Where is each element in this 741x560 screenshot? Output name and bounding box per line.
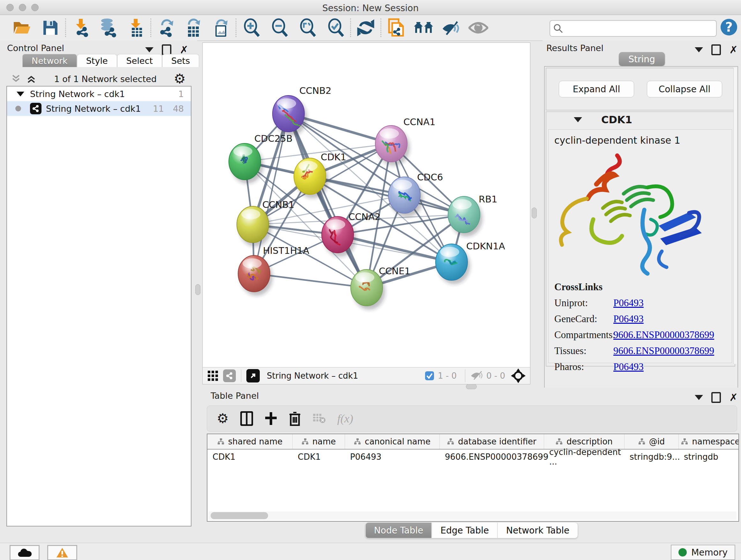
crosslink-value-link[interactable]: 9606.ENSP00000378699 bbox=[613, 345, 714, 357]
results-panel-float-icon[interactable] bbox=[711, 44, 721, 55]
network-node-hist1h1a[interactable]: HIST1H1A bbox=[238, 245, 309, 296]
network-view[interactable]: CCNB2CCNA1CDC25BCDK1CDC6RB1CCNB1CCNA2CDK… bbox=[202, 43, 530, 384]
table-cell: stringdb bbox=[679, 449, 739, 464]
add-column-icon[interactable] bbox=[265, 412, 277, 426]
network-collection-row[interactable]: String Network – cdk1 1 bbox=[7, 86, 191, 101]
zoom-out-icon[interactable] bbox=[269, 17, 289, 38]
results-scrollbar[interactable] bbox=[733, 68, 737, 364]
collection-expander-icon[interactable] bbox=[17, 91, 24, 97]
results-panel-menu-icon[interactable] bbox=[695, 47, 703, 52]
collapse-all-icon[interactable] bbox=[11, 74, 22, 84]
fit-content-crosshair-icon[interactable] bbox=[511, 368, 526, 383]
tab-edge-table[interactable]: Edge Table bbox=[432, 522, 497, 538]
export-network-icon[interactable] bbox=[156, 17, 176, 38]
save-session-icon[interactable] bbox=[40, 17, 61, 38]
network-node-rb1[interactable]: RB1 bbox=[448, 194, 497, 237]
network-node-ccna1[interactable]: CCNA1 bbox=[375, 117, 435, 166]
tab-network[interactable]: Network bbox=[22, 54, 77, 67]
network-node-ccnb2[interactable]: CCNB2 bbox=[273, 85, 332, 136]
crosslink-value-link[interactable]: P06493 bbox=[613, 361, 644, 373]
function-builder-icon[interactable]: f(x) bbox=[337, 412, 353, 425]
crosslink-value-link[interactable]: 9606.ENSP00000378699 bbox=[613, 329, 714, 341]
clear-table-icon[interactable] bbox=[313, 413, 326, 424]
show-columns-icon[interactable] bbox=[240, 411, 253, 426]
results-tab-string[interactable]: String bbox=[619, 52, 665, 66]
results-panel-close-icon[interactable]: ✗ bbox=[729, 46, 738, 54]
delete-column-icon[interactable] bbox=[289, 411, 301, 426]
table-panel-float-icon[interactable] bbox=[711, 392, 721, 403]
table-row[interactable]: CDK1CDK1P064939606.ENSP00000378699cyclin… bbox=[207, 449, 738, 464]
network-node-cdkn1a[interactable]: CDKN1A bbox=[435, 241, 505, 284]
tab-sets[interactable]: Sets bbox=[162, 54, 199, 67]
table-hscroll-thumb[interactable] bbox=[211, 512, 268, 519]
crosslink-label: Tissues: bbox=[554, 345, 613, 357]
show-all-icon[interactable] bbox=[468, 17, 488, 38]
table-hscrollbar[interactable] bbox=[208, 511, 737, 520]
control-panel: Control Panel ✗ NetworkStyleSelectSets 1… bbox=[0, 41, 197, 534]
right-splitter-handle[interactable] bbox=[532, 207, 537, 219]
memory-button[interactable]: Memory bbox=[671, 545, 735, 560]
network-row[interactable]: String Network – cdk1 11 48 bbox=[7, 101, 191, 116]
help-button[interactable]: ? bbox=[721, 19, 737, 36]
control-panel-close-icon[interactable]: ✗ bbox=[180, 46, 188, 54]
export-table-icon[interactable] bbox=[183, 17, 204, 38]
import-network-icon[interactable] bbox=[71, 17, 91, 38]
search-bar[interactable] bbox=[549, 20, 717, 37]
expand-all-icon[interactable] bbox=[26, 74, 37, 84]
node-table[interactable]: shared namenamecanonical namedatabase id… bbox=[207, 434, 739, 522]
table-options-gear-icon[interactable]: ⚙ bbox=[217, 412, 229, 425]
column-header-shared-name[interactable]: shared name bbox=[207, 434, 293, 449]
bottom-splitter-handle[interactable] bbox=[466, 384, 477, 389]
table-panel-menu-icon[interactable] bbox=[695, 395, 703, 400]
network-canvas[interactable]: CCNB2CCNA1CDC25BCDK1CDC6RB1CCNB1CCNA2CDK… bbox=[203, 43, 529, 367]
table-panel-close-icon[interactable]: ✗ bbox=[729, 393, 738, 401]
gene-section-expander-icon[interactable] bbox=[574, 117, 582, 122]
refresh-icon[interactable] bbox=[355, 17, 376, 38]
node-label: CCNE1 bbox=[379, 266, 410, 276]
column-header-namespace[interactable]: namespace bbox=[679, 434, 739, 449]
tab-style[interactable]: Style bbox=[77, 54, 117, 67]
network-node-cdc25b[interactable]: CDC25B bbox=[229, 133, 293, 184]
open-session-icon[interactable] bbox=[11, 17, 32, 38]
network-node-ccne1[interactable]: CCNE1 bbox=[351, 266, 410, 310]
control-panel-float-icon[interactable] bbox=[162, 44, 172, 55]
network-node-ccna2[interactable]: CCNA2 bbox=[322, 211, 381, 257]
birds-eye-view-icon[interactable] bbox=[246, 369, 260, 382]
cloud-status-button[interactable] bbox=[10, 545, 40, 560]
table-cell: CDK1 bbox=[207, 449, 293, 464]
left-splitter-handle[interactable] bbox=[195, 284, 200, 295]
column-header--id[interactable]: @id bbox=[624, 434, 679, 449]
network-options-gear-icon[interactable]: ⚙ bbox=[174, 72, 186, 85]
expand-all-button[interactable]: Expand All bbox=[559, 81, 634, 98]
hidden-eye-icon[interactable] bbox=[470, 371, 483, 381]
zoom-selected-icon[interactable] bbox=[325, 17, 346, 38]
crosslink-value-link[interactable]: P06493 bbox=[613, 297, 644, 309]
collapse-all-button[interactable]: Collapse All bbox=[647, 81, 722, 98]
clone-network-icon[interactable] bbox=[386, 17, 406, 38]
tab-network-table[interactable]: Network Table bbox=[497, 522, 578, 538]
column-header-database-identifier[interactable]: database identifier bbox=[440, 434, 544, 449]
hide-selected-icon[interactable] bbox=[441, 17, 461, 38]
tab-node-table[interactable]: Node Table bbox=[365, 522, 432, 538]
network-label: String Network – cdk1 bbox=[46, 104, 141, 114]
export-image-icon[interactable] bbox=[211, 17, 231, 38]
selected-checkbox-icon[interactable] bbox=[424, 371, 434, 381]
tab-select[interactable]: Select bbox=[117, 54, 162, 67]
warning-status-button[interactable] bbox=[47, 545, 77, 560]
column-header-canonical-name[interactable]: canonical name bbox=[345, 434, 440, 449]
crosslink-value-link[interactable]: P06493 bbox=[613, 313, 644, 325]
import-table-icon[interactable] bbox=[125, 17, 146, 38]
window-title: Session: New Session bbox=[0, 3, 741, 13]
first-neighbors-icon[interactable] bbox=[413, 17, 434, 38]
network-node-cdc6[interactable]: CDC6 bbox=[388, 172, 443, 217]
control-panel-menu-icon[interactable] bbox=[145, 47, 153, 52]
string-view-icon[interactable] bbox=[223, 369, 236, 382]
import-network-from-database-icon[interactable] bbox=[98, 17, 118, 38]
search-input[interactable] bbox=[563, 23, 713, 34]
network-edge[interactable] bbox=[288, 114, 367, 288]
column-header-description[interactable]: description bbox=[544, 434, 624, 449]
grid-view-icon[interactable] bbox=[207, 370, 219, 381]
column-header-name[interactable]: name bbox=[293, 434, 345, 449]
zoom-fit-icon[interactable] bbox=[297, 17, 318, 38]
zoom-in-icon[interactable] bbox=[241, 17, 261, 38]
